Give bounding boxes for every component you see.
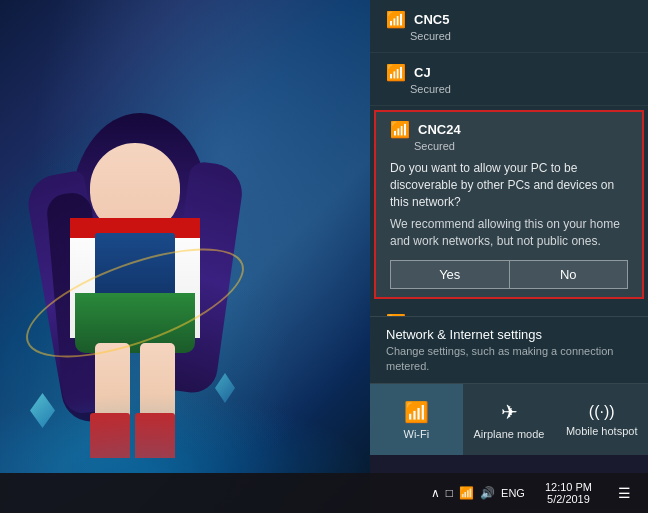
cnc24-name-row: 📶 CNC24 <box>390 120 628 139</box>
wallpaper-background <box>0 0 370 513</box>
notification-center-button[interactable]: ☰ <box>604 473 644 513</box>
cj-name-row: 📶 CJ <box>386 63 632 82</box>
taskbar-right: ∧ □ 📶 🔊 ENG 12:10 PM 5/2/2019 ☰ <box>423 473 648 513</box>
mobile-quick-icon: ((·)) <box>589 403 615 421</box>
taskbar-clock[interactable]: 12:10 PM 5/2/2019 <box>537 473 600 513</box>
wifi-icon-cj: 📶 <box>386 63 406 82</box>
wifi-quick-btn[interactable]: 📶 Wi-Fi <box>370 384 463 455</box>
network-list: 📶 CNC5 Secured 📶 CJ Secured 📶 CNC24 Secu… <box>370 0 648 316</box>
network-item-scufita[interactable]: 📶 SCUFITA Secured <box>370 303 648 316</box>
mobile-hotspot-quick-btn[interactable]: ((·)) Mobile hotspot <box>555 384 648 455</box>
mobile-quick-label: Mobile hotspot <box>566 425 638 437</box>
settings-subtitle: Change settings, such as making a connec… <box>386 344 632 373</box>
action-center-icon[interactable]: □ <box>446 486 453 500</box>
discovery-buttons: Yes No <box>390 260 628 289</box>
cnc24-name: CNC24 <box>418 122 461 137</box>
network-settings-link[interactable]: Network & Internet settings Change setti… <box>370 316 648 383</box>
network-item-cnc5[interactable]: 📶 CNC5 Secured <box>370 0 648 53</box>
notification-icon: ☰ <box>618 485 631 501</box>
network-item-cnc24[interactable]: 📶 CNC24 Secured Do you want to allow you… <box>374 110 644 299</box>
cnc5-name: CNC5 <box>414 12 449 27</box>
wifi-icon-cnc5: 📶 <box>386 10 406 29</box>
yes-button[interactable]: Yes <box>390 260 509 289</box>
cnc24-status: Secured <box>390 140 628 152</box>
network-item-cj[interactable]: 📶 CJ Secured <box>370 53 648 106</box>
language-label[interactable]: ENG <box>501 487 525 499</box>
cnc5-status: Secured <box>386 30 632 42</box>
wifi-quick-label: Wi-Fi <box>404 428 430 440</box>
discovery-note: We recommend allowing this on your home … <box>390 216 628 250</box>
taskbar: ∧ □ 📶 🔊 ENG 12:10 PM 5/2/2019 ☰ <box>0 473 648 513</box>
wifi-tray-icon[interactable]: 📶 <box>459 486 474 500</box>
airplane-quick-btn[interactable]: ✈ Airplane mode <box>463 384 556 455</box>
airplane-quick-icon: ✈ <box>501 400 518 424</box>
discovery-question: Do you want to allow your PC to be disco… <box>390 160 628 210</box>
airplane-quick-label: Airplane mode <box>474 428 545 440</box>
cnc5-name-row: 📶 CNC5 <box>386 10 632 29</box>
taskbar-time: 12:10 PM <box>545 481 592 493</box>
wifi-quick-icon: 📶 <box>404 400 429 424</box>
volume-icon[interactable]: 🔊 <box>480 486 495 500</box>
settings-title: Network & Internet settings <box>386 327 632 342</box>
taskbar-system-icons: ∧ □ 📶 🔊 ENG <box>423 486 533 500</box>
network-panel: 📶 CNC5 Secured 📶 CJ Secured 📶 CNC24 Secu… <box>370 0 648 455</box>
ground-glow <box>0 393 370 473</box>
cj-name: CJ <box>414 65 431 80</box>
chevron-up-icon[interactable]: ∧ <box>431 486 440 500</box>
wifi-icon-cnc24: 📶 <box>390 120 410 139</box>
taskbar-date: 5/2/2019 <box>547 493 590 505</box>
quick-actions-bar: 📶 Wi-Fi ✈ Airplane mode ((·)) Mobile hot… <box>370 383 648 455</box>
cj-status: Secured <box>386 83 632 95</box>
no-button[interactable]: No <box>509 260 629 289</box>
